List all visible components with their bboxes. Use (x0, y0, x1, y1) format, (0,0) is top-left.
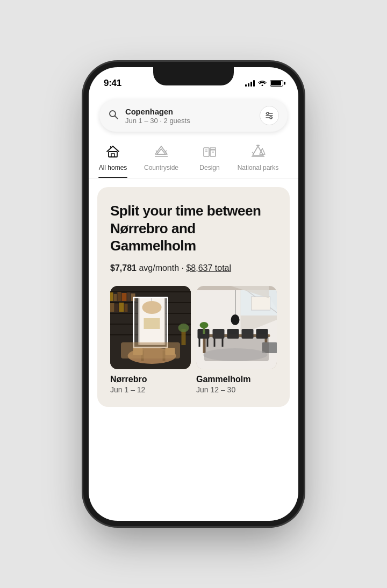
svg-rect-35 (110, 324, 191, 325)
search-text-block: Copenhagen Jun 1 – 30 · 2 guests (125, 107, 190, 125)
svg-rect-73 (213, 329, 225, 339)
norrebro-name: Nørrebro (110, 375, 191, 384)
design-icon (202, 145, 217, 161)
svg-rect-51 (164, 297, 166, 345)
svg-rect-49 (139, 297, 166, 298)
svg-rect-52 (140, 298, 164, 343)
svg-rect-87 (196, 286, 277, 290)
tab-design-label: Design (199, 164, 219, 171)
tab-national-parks[interactable]: National parks (234, 140, 282, 178)
svg-rect-41 (127, 292, 131, 301)
tab-countryside[interactable]: Countryside (137, 140, 185, 178)
svg-point-5 (267, 112, 269, 114)
svg-rect-7 (109, 152, 117, 157)
svg-rect-42 (131, 293, 135, 301)
battery-icon (270, 80, 283, 87)
search-bar-container: Copenhagen Jun 1 – 30 · 2 guests (89, 94, 298, 138)
svg-point-86 (203, 348, 268, 361)
svg-rect-44 (115, 304, 119, 312)
status-time: 9:41 (104, 78, 121, 89)
tab-all-homes-label: All homes (99, 164, 127, 171)
svg-point-85 (200, 322, 209, 328)
status-icons (245, 80, 283, 88)
tab-tiny[interactable]: Tiny (282, 140, 298, 178)
svg-point-6 (270, 117, 272, 119)
svg-rect-60 (166, 348, 175, 355)
norrebro-image (110, 286, 191, 369)
card-price: $7,781 avg/month · $8,637 total (110, 263, 277, 273)
svg-rect-32 (110, 291, 191, 292)
svg-rect-59 (133, 348, 143, 355)
price-avg-label: avg/month · (139, 263, 186, 273)
phone-content: Copenhagen Jun 1 – 30 · 2 guests (89, 94, 298, 521)
tab-all-homes[interactable]: All homes (89, 140, 137, 178)
gammelholm-image-block: Gammelholm Jun 12 – 30 (196, 286, 277, 394)
wifi-icon (258, 80, 267, 88)
svg-rect-34 (110, 313, 191, 314)
filter-button[interactable] (260, 106, 279, 125)
svg-rect-71 (265, 337, 268, 353)
search-bar[interactable]: Copenhagen Jun 1 – 30 · 2 guests (99, 99, 288, 132)
norrebro-image-block: Nørrebro Jun 1 – 12 (110, 286, 191, 394)
price-total-link[interactable]: $8,637 total (186, 263, 231, 273)
svg-rect-48 (140, 298, 164, 343)
countryside-icon (153, 145, 169, 161)
svg-point-54 (142, 301, 162, 314)
tab-national-parks-label: National parks (238, 164, 279, 171)
svg-rect-45 (119, 303, 124, 312)
split-time-card[interactable]: Split your time between Nørrebro and Gam… (97, 187, 290, 407)
svg-rect-80 (222, 339, 224, 347)
svg-rect-21 (210, 148, 216, 149)
svg-rect-38 (114, 294, 117, 301)
gammelholm-name: Gammelholm (196, 375, 277, 384)
svg-rect-17 (210, 150, 216, 156)
svg-marker-11 (155, 146, 167, 154)
notch (153, 67, 234, 85)
svg-rect-78 (207, 339, 209, 347)
svg-rect-81 (262, 342, 277, 353)
price-avg: $7,781 (110, 263, 137, 273)
svg-rect-79 (214, 339, 216, 347)
tab-countryside-label: Countryside (144, 164, 178, 171)
search-details: Jun 1 – 30 · 2 guests (125, 117, 190, 125)
phone-frame: 9:41 (89, 67, 298, 521)
svg-line-27 (252, 152, 254, 154)
gammelholm-image (196, 286, 277, 369)
norrebro-dates: Jun 1 – 12 (110, 385, 191, 394)
svg-point-83 (231, 314, 240, 325)
svg-rect-76 (256, 329, 268, 339)
svg-rect-75 (242, 329, 254, 339)
search-left: Copenhagen Jun 1 – 30 · 2 guests (108, 107, 190, 125)
card-headline: Split your time between Nørrebro and Gam… (110, 202, 277, 255)
svg-rect-70 (203, 337, 206, 353)
gammelholm-dates: Jun 12 – 30 (196, 385, 277, 394)
svg-rect-36 (110, 334, 191, 335)
tab-design[interactable]: Design (185, 140, 234, 178)
svg-rect-77 (199, 339, 200, 347)
category-tabs: All homes Countryside (89, 138, 298, 178)
svg-rect-43 (110, 303, 114, 312)
svg-rect-39 (118, 292, 121, 301)
signal-icon (245, 80, 255, 87)
svg-rect-68 (252, 297, 270, 310)
svg-rect-50 (139, 297, 140, 345)
national-parks-icon (249, 145, 267, 161)
svg-rect-69 (200, 334, 270, 337)
all-homes-icon (105, 145, 120, 161)
svg-line-1 (115, 116, 118, 119)
card-images: Nørrebro Jun 1 – 12 (110, 286, 277, 394)
svg-rect-58 (163, 350, 166, 361)
svg-rect-46 (125, 304, 128, 312)
svg-rect-53 (144, 318, 160, 329)
svg-rect-40 (122, 293, 127, 301)
svg-point-62 (178, 324, 189, 332)
svg-rect-57 (141, 350, 144, 361)
svg-rect-47 (139, 297, 166, 345)
svg-rect-16 (204, 148, 209, 156)
svg-rect-74 (227, 329, 239, 339)
svg-point-56 (128, 348, 176, 364)
search-icon (108, 109, 119, 123)
search-location: Copenhagen (125, 107, 190, 116)
svg-rect-37 (110, 292, 113, 301)
